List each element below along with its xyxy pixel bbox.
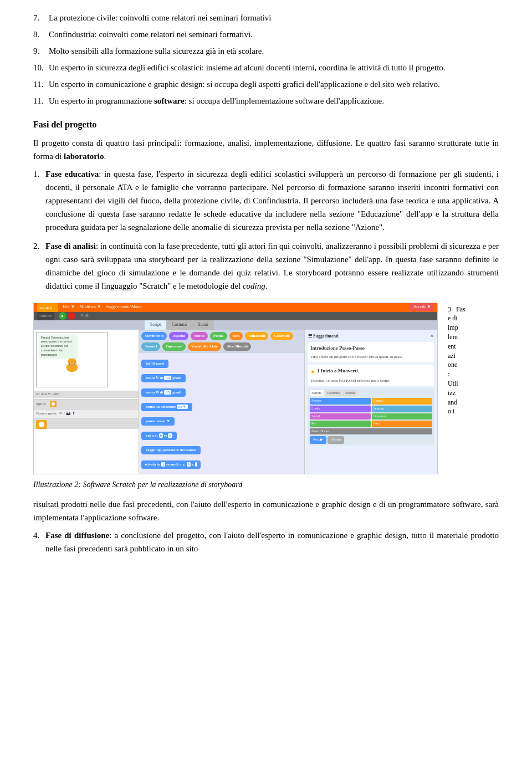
toolbar-controls: ⇱ ⊞ xyxy=(81,313,89,319)
item-8-text: Confindustria: coinvolti come relatori n… xyxy=(49,28,499,41)
software-term-2: software xyxy=(452,500,481,509)
hint-tab-sounds[interactable]: Sounds xyxy=(343,390,357,397)
hint-step-title: 1 Inizia a Muoverti xyxy=(317,367,358,375)
block-categories: Movimento Aspetto Suono Penna Dati Situa… xyxy=(139,330,304,353)
cat-altri[interactable]: Altri Blocchi xyxy=(223,342,251,351)
phase-2: 2. Fase di analisi: in continuità con la… xyxy=(33,239,499,293)
storyboard-term: storyboard xyxy=(149,255,185,264)
item-9-number: 9. xyxy=(33,44,49,58)
hint-desc: Vuoi creare un progetto con Scratch? Pro… xyxy=(310,355,432,360)
block-scivola[interactable]: scivola in 1 secondi a x: 0 y: xyxy=(141,460,201,469)
menu-modifica[interactable]: Modifica ▼ xyxy=(79,304,101,311)
cat-operatori[interactable]: Operatori xyxy=(162,342,186,351)
item-9-text: Molto sensibili alla formazione sulla si… xyxy=(49,44,499,58)
block-raggiungi[interactable]: raggiungi pantatore del mouse xyxy=(141,446,201,454)
hint-ok-btn[interactable]: 10 steps xyxy=(328,436,344,444)
list-item-11: 11. Un esperto in comunicazione e graphi… xyxy=(33,78,499,91)
svg-point-17 xyxy=(39,422,44,427)
svg-point-7 xyxy=(69,363,70,364)
hcat-pen: Pen xyxy=(310,421,371,427)
phase-3-partial: 3. Fase diimplementazione:Utilizzando i xyxy=(448,305,499,417)
coding-term: coding xyxy=(243,282,265,290)
block-punta-verso[interactable]: punta verso ▼ xyxy=(141,417,175,426)
laboratorio-term: laboratorio xyxy=(64,152,104,161)
hcat-data: Data xyxy=(372,421,433,427)
hints-close[interactable]: ✕ xyxy=(430,333,434,340)
phase-4: 4. Fase di diffusione: a conclusione del… xyxy=(33,529,499,555)
graphic-term-3: graphic xyxy=(357,531,382,540)
block-ruota-ccw[interactable]: ruota ↺ di 15 gradi xyxy=(141,388,186,397)
list-item-12: 11. Un esperto in programmazione softwar… xyxy=(33,94,499,108)
scratch-toolbar: Untitled ⇱ ⊞ xyxy=(34,312,437,320)
graphic-design-term: graphic xyxy=(321,500,346,509)
phase-2-block: 2. Fase di analisi: in continuità con la… xyxy=(33,239,499,293)
cat-dati[interactable]: Dati xyxy=(229,332,243,340)
image-caption: Illustrazione 2: Software Scratch per la… xyxy=(33,479,499,491)
cat-suono[interactable]: Suono xyxy=(191,332,208,340)
cat-variabili[interactable]: Variabili e Liste xyxy=(188,342,221,351)
list-item-7: 7. La protezione civile: coinvolti come … xyxy=(33,11,499,24)
hint-action-buttons: Next ▶ 10 steps xyxy=(310,436,432,444)
svg-point-9 xyxy=(71,365,73,366)
menu-file[interactable]: File ▼ xyxy=(63,304,75,311)
item-12-text: Un esperto in programmazione software: s… xyxy=(49,94,499,108)
phase-1-text: Fase educativa: in questa fase, l'espert… xyxy=(45,167,499,234)
tab-script[interactable]: Script xyxy=(145,320,166,330)
cat-movimento[interactable]: Movimento xyxy=(141,332,167,340)
scratch-sprite-bar: Sprite: xyxy=(34,399,139,409)
phase-1-title: Fase educativa xyxy=(45,170,99,178)
hcat-control: Control xyxy=(372,398,433,405)
item-7-text: La protezione civile: coinvolti come rel… xyxy=(49,11,499,24)
svg-point-15 xyxy=(52,402,55,406)
tab-suoni[interactable]: Suoni xyxy=(192,320,214,330)
hint-tab-scripts[interactable]: Scripts xyxy=(310,390,324,397)
hint-next-btn[interactable]: Next ▶ xyxy=(310,436,326,444)
list-item-9: 9. Molto sensibili alla formazione sulla… xyxy=(33,44,499,58)
scratch-bottom-sprite xyxy=(36,420,47,429)
menu-suggerimenti[interactable]: Suggerimenti/About xyxy=(106,304,142,311)
accedi-button[interactable]: Accedi ▼ xyxy=(410,303,434,311)
block-vai[interactable]: vai a x: 0 y: 0 xyxy=(141,432,177,440)
block-row-6: vai a x: 0 y: 0 xyxy=(141,427,302,441)
scratch-stage-panel: Esegui l'introduzione passo-passo e scop… xyxy=(34,330,139,474)
phase-4-num: 4. xyxy=(33,529,45,555)
scratch-screenshot: Scratch File ▼ Modifica ▼ Suggerimenti/A… xyxy=(33,303,438,474)
scratch-tabs: Script Costumi Suoni xyxy=(34,320,437,330)
sprite-icon xyxy=(50,401,57,407)
block-fai[interactable]: fai 10 passi xyxy=(141,360,168,368)
sprite-label: Sprite: xyxy=(36,401,47,407)
block-row-7: raggiungi pantatore del mouse xyxy=(141,442,302,455)
block-row-1: fai 10 passi xyxy=(141,355,302,369)
item-11-text: Un esperto in comunicazione e graphic de… xyxy=(49,78,499,91)
scratch-stage: Esegui l'introduzione passo-passo e scop… xyxy=(36,332,108,387)
scratch-new-sprite: Nuovo sprite: ✏ / 📷 ⬆ xyxy=(34,409,139,418)
phase-1-block: 1. Fase educativa: in questa fase, l'esp… xyxy=(33,167,499,234)
image-section: Scratch File ▼ Modifica ▼ Suggerimenti/A… xyxy=(33,303,499,474)
block-row-2: ruota ↻ di 15 gradi xyxy=(141,370,302,383)
untitled-label: Untitled xyxy=(39,313,52,319)
stop-button[interactable] xyxy=(68,312,75,320)
tab-costumi[interactable]: Costumi xyxy=(166,320,192,330)
scratch-main-area: Esegui l'introduzione passo-passo e scop… xyxy=(34,330,437,474)
scratch-coordinates: X: 240 Y: -180 xyxy=(34,391,139,398)
scratch-stage-hint: Esegui l'introduzione passo-passo e scop… xyxy=(39,335,78,359)
sprite-tools: ✏ / 📷 ⬆ xyxy=(59,411,75,417)
play-button[interactable] xyxy=(59,312,66,320)
cat-controllo[interactable]: Controllo xyxy=(270,332,293,340)
cat-aspetto[interactable]: Aspetto xyxy=(169,332,188,340)
svg-text:Scratch: Scratch xyxy=(39,306,52,310)
phase-1: 1. Fase educativa: in questa fase, l'esp… xyxy=(33,167,499,234)
scratch-hints-panel: ☰ Suggerimenti ✕ Introduzione Passo-Pass… xyxy=(304,330,437,474)
phase-4-title: Fase di diffusione xyxy=(45,531,109,540)
cat-penna[interactable]: Penna xyxy=(210,332,227,340)
fasi-title: Fasi del progetto xyxy=(33,117,499,132)
scratch-ui: Scratch File ▼ Modifica ▼ Suggerimenti/A… xyxy=(34,303,437,474)
block-ruota-cw[interactable]: ruota ↻ di 15 gradi xyxy=(141,374,186,382)
hint-tab-costumes[interactable]: Costumes xyxy=(325,390,342,397)
scratch-bottom-bar xyxy=(34,418,139,429)
hcat-sound: Sound xyxy=(310,413,371,420)
cat-sensori[interactable]: Sensori xyxy=(141,342,160,351)
cat-situazioni[interactable]: Situazioni xyxy=(245,332,268,340)
block-punta[interactable]: punta in direzione 90▼ xyxy=(141,403,192,411)
phase-2-text: Fase di analisi: in continuità con la fa… xyxy=(45,239,499,293)
